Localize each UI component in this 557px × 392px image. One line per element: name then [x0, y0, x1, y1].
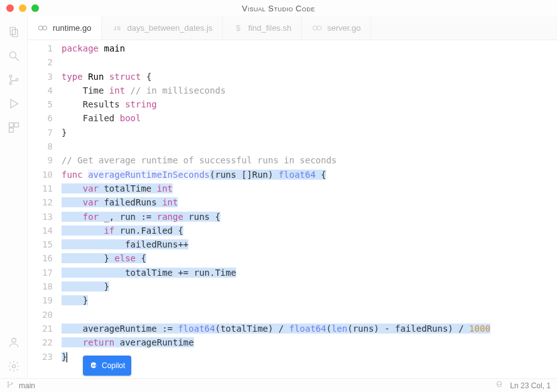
- window-controls: [6, 4, 39, 12]
- svg-point-18: [8, 386, 9, 388]
- code-line[interactable]: for _, run := range runs {: [59, 210, 557, 224]
- svg-point-15: [313, 26, 317, 30]
- go-file-icon: [312, 24, 322, 33]
- svg-point-21: [500, 384, 500, 384]
- search-icon[interactable]: [6, 48, 22, 64]
- line-number: 6: [28, 111, 53, 125]
- line-number: 16: [28, 251, 53, 265]
- code-line[interactable]: package main: [59, 41, 557, 55]
- code-line[interactable]: var failedRuns int: [59, 195, 557, 209]
- code-content[interactable]: package maintype Run struct { Time int /…: [59, 41, 557, 378]
- source-control-icon[interactable]: [6, 72, 22, 88]
- editor-tab[interactable]: $find_files.sh: [223, 16, 302, 40]
- code-line[interactable]: if run.Failed {: [59, 224, 557, 237]
- minimize-window-button[interactable]: [19, 4, 26, 12]
- branch-icon[interactable]: [6, 381, 14, 390]
- copilot-label: Copilot: [102, 359, 125, 373]
- svg-rect-1: [12, 30, 17, 37]
- editor-tab[interactable]: server.go: [302, 16, 371, 40]
- code-line[interactable]: var totalTime int: [59, 182, 557, 195]
- code-line[interactable]: Failed bool: [59, 111, 557, 125]
- activity-bar: [0, 16, 28, 378]
- status-bar: main Ln 23 Col, 1: [0, 378, 557, 392]
- svg-point-20: [498, 384, 499, 384]
- svg-point-11: [11, 338, 16, 342]
- svg-point-12: [12, 365, 15, 368]
- run-debug-icon[interactable]: [6, 95, 22, 112]
- title-bar: Visual Studio Code: [0, 0, 557, 16]
- line-number: 13: [28, 210, 53, 224]
- code-line[interactable]: [59, 139, 557, 153]
- tab-label: server.go: [327, 23, 360, 33]
- code-line[interactable]: type Run struct {: [59, 70, 557, 84]
- line-number: 11: [28, 182, 53, 195]
- code-line[interactable]: averageRuntime := float64(totalTime) / f…: [59, 322, 557, 335]
- code-line[interactable]: }: [59, 350, 557, 364]
- code-line[interactable]: // Get average runtime of successful run…: [59, 153, 557, 167]
- tab-label: runtime.go: [53, 23, 91, 33]
- code-line[interactable]: [59, 55, 557, 69]
- code-line[interactable]: [59, 308, 557, 322]
- go-file-icon: [38, 24, 48, 33]
- line-number: 3: [28, 70, 53, 84]
- line-number: 22: [28, 335, 53, 349]
- svg-point-2: [9, 52, 16, 58]
- code-line[interactable]: Results string: [59, 97, 557, 111]
- svg-line-3: [15, 58, 18, 61]
- tab-label: find_files.sh: [248, 23, 291, 33]
- js-file-icon: JS: [112, 24, 122, 33]
- line-number: 23: [28, 350, 53, 364]
- editor-tab[interactable]: runtime.go: [28, 16, 102, 40]
- svg-point-6: [16, 79, 18, 81]
- line-number-gutter: 1234567891011121314151617181920212223: [28, 41, 59, 378]
- line-number: 21: [28, 322, 53, 335]
- copilot-status-icon[interactable]: [495, 380, 504, 391]
- code-line[interactable]: Time int // in milliseconds: [59, 84, 557, 97]
- explorer-icon[interactable]: [6, 24, 22, 40]
- tab-label: days_between_dates.js: [127, 23, 212, 33]
- maximize-window-button[interactable]: [31, 4, 39, 12]
- line-number: 12: [28, 195, 53, 209]
- line-number: 5: [28, 97, 53, 111]
- code-line[interactable]: return averageRuntime: [59, 335, 557, 349]
- code-line[interactable]: failedRuns++: [59, 237, 557, 251]
- close-window-button[interactable]: [6, 4, 14, 12]
- code-line[interactable]: }: [59, 293, 557, 307]
- editor-tabs: runtime.goJSdays_between_dates.js$find_f…: [28, 16, 557, 40]
- code-line[interactable]: func averageRuntimeInSeconds(runs []Run)…: [59, 168, 557, 182]
- code-editor[interactable]: 1234567891011121314151617181920212223 pa…: [28, 40, 557, 378]
- copilot-icon: [89, 361, 98, 370]
- settings-gear-icon[interactable]: [6, 358, 22, 374]
- svg-rect-9: [14, 123, 18, 128]
- extensions-icon[interactable]: [6, 119, 22, 136]
- svg-point-13: [38, 26, 43, 30]
- svg-point-16: [317, 26, 322, 30]
- svg-rect-8: [9, 123, 13, 128]
- code-line[interactable]: } else {: [59, 251, 557, 265]
- svg-rect-0: [10, 28, 15, 35]
- cursor-position[interactable]: Ln 23 Col, 1: [510, 381, 551, 390]
- branch-name[interactable]: main: [19, 381, 35, 390]
- line-number: 1: [28, 41, 53, 55]
- shell-file-icon: $: [233, 24, 243, 33]
- svg-point-14: [43, 26, 47, 30]
- svg-rect-10: [9, 128, 13, 133]
- code-line[interactable]: }: [59, 126, 557, 139]
- code-line[interactable]: }: [59, 280, 557, 293]
- svg-marker-7: [11, 99, 18, 107]
- line-number: 8: [28, 139, 53, 153]
- editor-tab[interactable]: JSdays_between_dates.js: [102, 16, 223, 40]
- line-number: 19: [28, 293, 53, 307]
- window-title: Visual Studio Code: [0, 4, 557, 13]
- line-number: 4: [28, 84, 53, 97]
- accounts-icon[interactable]: [6, 334, 22, 351]
- line-number: 15: [28, 237, 53, 251]
- line-number: 10: [28, 168, 53, 182]
- copilot-button[interactable]: Copilot: [83, 356, 131, 376]
- svg-point-19: [11, 383, 13, 384]
- svg-point-4: [9, 75, 12, 77]
- line-number: 18: [28, 280, 53, 293]
- line-number: 2: [28, 55, 53, 69]
- code-line[interactable]: totalTime += run.Time: [59, 266, 557, 280]
- svg-point-5: [9, 82, 12, 85]
